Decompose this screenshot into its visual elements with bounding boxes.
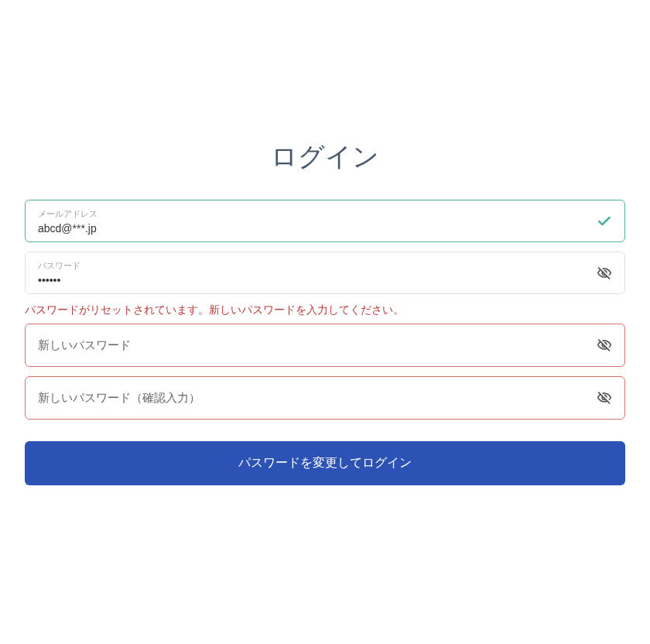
submit-button[interactable]: パスワードを変更してログイン [25,441,625,485]
new-password-input[interactable] [38,339,581,351]
email-input[interactable] [38,222,581,235]
password-field-container[interactable]: パスワード [25,252,625,294]
email-field-container[interactable]: メールアドレス [25,200,625,242]
error-message: パスワードがリセットされています。新しいパスワードを入力してください。 [25,303,625,317]
confirm-password-input[interactable] [38,392,581,404]
confirm-password-field-container[interactable] [25,376,625,420]
check-icon [597,214,612,229]
eye-off-icon[interactable] [597,265,612,281]
email-label: メールアドレス [38,208,612,220]
eye-off-icon[interactable] [597,390,612,406]
new-password-field-container[interactable] [25,324,625,367]
eye-off-icon[interactable] [597,337,612,353]
page-title: ログイン [25,139,625,175]
password-label: パスワード [38,260,612,272]
password-input[interactable] [38,274,581,286]
